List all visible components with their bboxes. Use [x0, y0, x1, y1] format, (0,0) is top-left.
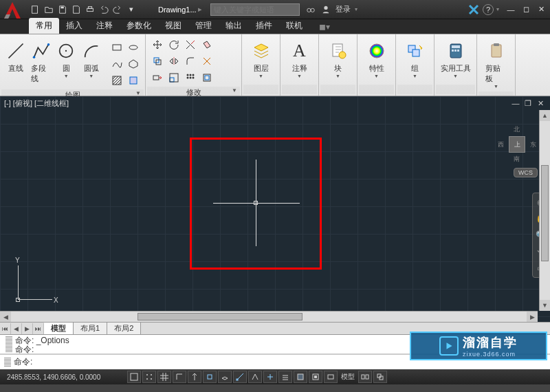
properties-button[interactable]: 特性▼ [364, 37, 389, 80]
drawing-canvas[interactable]: Y X [0, 96, 550, 322]
undo-icon[interactable] [98, 3, 110, 16]
arc-button[interactable]: 圆弧▼ [80, 37, 104, 80]
print-icon[interactable] [84, 3, 96, 16]
viewport-restore-icon[interactable]: ❐ [522, 98, 534, 109]
scale-icon[interactable] [166, 70, 182, 85]
status-ducs-icon[interactable] [248, 371, 262, 383]
new-icon[interactable] [29, 3, 41, 16]
tab-online[interactable]: 联机 [279, 18, 309, 34]
rotate-icon[interactable] [166, 37, 182, 52]
svg-rect-28 [205, 76, 209, 80]
vertical-scrollbar[interactable]: ▲▼ [539, 110, 550, 311]
svg-point-22 [190, 74, 192, 76]
close-button[interactable]: ✕ [535, 3, 547, 16]
viewport-minimize-icon[interactable]: — [510, 98, 521, 109]
status-dyn-icon[interactable] [263, 371, 277, 383]
viewport-controls[interactable]: [-] [俯视] [二维线框] [4, 98, 69, 109]
saveas-icon[interactable] [70, 3, 82, 16]
spline-icon[interactable] [109, 56, 124, 72]
ellipse-icon[interactable] [126, 40, 141, 55]
circle-button[interactable]: 圆▼ [54, 37, 78, 80]
array-icon[interactable] [183, 70, 198, 85]
status-osnap-icon[interactable] [203, 371, 217, 383]
status-snap-icon[interactable] [142, 371, 156, 383]
erase-icon[interactable] [199, 37, 214, 52]
command-grip-icon[interactable] [6, 336, 12, 352]
status-infer-icon[interactable] [127, 371, 141, 383]
svg-rect-37 [454, 50, 456, 52]
viewcube[interactable]: 上 北 南 东 西 [496, 124, 538, 165]
exchange-icon[interactable] [468, 3, 480, 16]
fillet-icon[interactable] [183, 54, 198, 69]
status-layout-quickview-icon[interactable] [358, 371, 372, 383]
command-grip-icon[interactable] [4, 358, 11, 367]
mirror-icon[interactable] [166, 54, 182, 69]
wcs-badge[interactable]: WCS [514, 168, 538, 177]
panel-prop-title [359, 85, 394, 94]
region-icon[interactable] [126, 73, 141, 88]
open-icon[interactable] [43, 3, 55, 16]
clipboard-button[interactable]: 剪贴板▼ [484, 37, 509, 90]
status-ortho-icon[interactable] [173, 371, 186, 383]
coordinates-display[interactable]: 2485.8553, 1490.6606, 0.0000 [3, 373, 126, 381]
qat-dropdown-icon[interactable]: ▾ [125, 3, 138, 16]
annotation-button[interactable]: A注释▼ [287, 37, 312, 80]
redo-icon[interactable] [111, 3, 124, 16]
user-icon[interactable] [320, 4, 331, 15]
layout-tab-layout2[interactable]: 布局2 [107, 323, 141, 334]
stretch-icon[interactable] [150, 70, 165, 85]
login-label[interactable]: 登录 [336, 4, 351, 14]
group-button[interactable]: 组▼ [403, 37, 428, 80]
layers-button[interactable]: 图层▼ [249, 37, 274, 80]
move-icon[interactable] [150, 37, 165, 52]
status-grid-icon[interactable] [157, 371, 171, 383]
trim-icon[interactable] [183, 37, 198, 52]
line-button[interactable]: 直线 [4, 37, 28, 75]
tab-insert[interactable]: 插入 [59, 18, 89, 34]
ribbon-tabs: 常用 插入 注释 参数化 视图 管理 输出 插件 联机 ◼▾ [0, 19, 550, 34]
hatch-icon[interactable] [109, 73, 124, 88]
status-3dosnap-icon[interactable] [218, 371, 232, 383]
block-button[interactable]: 块▼ [326, 37, 351, 80]
search-input[interactable] [210, 3, 300, 16]
offset-icon[interactable] [199, 70, 214, 85]
layout-first-icon[interactable]: ⏮ [0, 323, 11, 334]
minimize-button[interactable]: — [505, 3, 517, 16]
status-otrack-icon[interactable] [233, 371, 247, 383]
layout-prev-icon[interactable]: ◀ [11, 323, 22, 334]
rectangle-icon[interactable] [109, 40, 124, 55]
status-tpy-icon[interactable] [294, 371, 307, 383]
layout-tab-layout1[interactable]: 布局1 [74, 323, 107, 334]
layout-last-icon[interactable]: ⏭ [33, 323, 44, 334]
tab-common[interactable]: 常用 [29, 18, 59, 34]
layout-next-icon[interactable]: ▶ [22, 323, 33, 334]
save-icon[interactable] [56, 3, 69, 16]
tab-plugins[interactable]: 插件 [249, 18, 279, 34]
app-icon[interactable] [1, 0, 23, 21]
maximize-button[interactable]: ◻ [520, 3, 532, 16]
explode-icon[interactable] [199, 54, 214, 69]
svg-rect-51 [328, 375, 333, 379]
status-model-label[interactable]: 模型 [338, 372, 358, 382]
viewcube-top[interactable]: 上 [509, 136, 525, 153]
copy-icon[interactable] [150, 54, 165, 69]
polyline-button[interactable]: 多段线 [30, 37, 54, 85]
status-drawing-quickview-icon[interactable] [373, 371, 387, 383]
layout-tab-model[interactable]: 模型 [44, 323, 74, 334]
polygon-icon[interactable] [126, 56, 141, 72]
status-qp-icon[interactable] [309, 371, 322, 383]
tab-manage[interactable]: 管理 [188, 18, 219, 34]
tab-annotate[interactable]: 注释 [89, 18, 120, 34]
binocular-icon[interactable] [305, 4, 316, 15]
tab-view[interactable]: 视图 [158, 18, 188, 34]
utilities-button[interactable]: 实用工具▼ [439, 37, 472, 80]
viewport-close-icon[interactable]: ✕ [535, 98, 546, 109]
tab-expand-icon[interactable]: ◼▾ [312, 20, 337, 34]
horizontal-scrollbar[interactable]: ◀▶ [0, 311, 538, 322]
status-sc-icon[interactable] [324, 371, 338, 383]
help-icon[interactable]: ? [483, 4, 494, 15]
tab-parametric[interactable]: 参数化 [120, 18, 158, 34]
status-lwt-icon[interactable] [278, 371, 292, 383]
tab-output[interactable]: 输出 [219, 18, 249, 34]
status-polar-icon[interactable] [188, 371, 201, 383]
